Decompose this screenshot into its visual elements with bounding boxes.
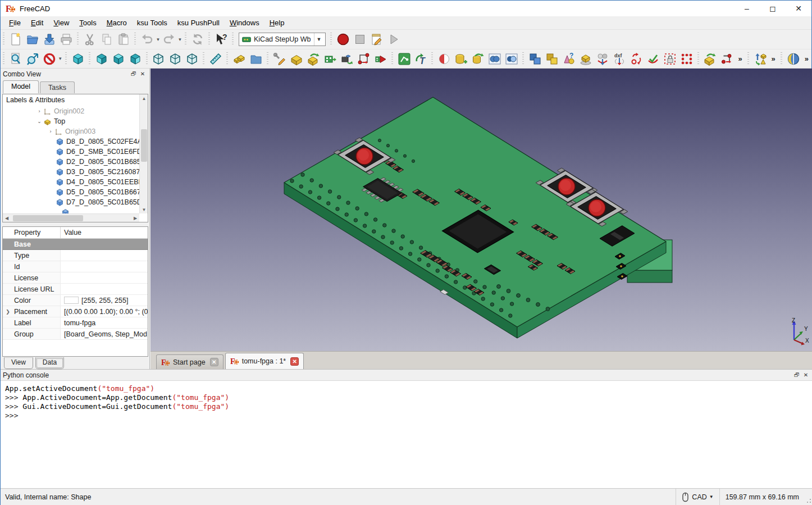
draw-style-button[interactable] xyxy=(41,51,58,67)
expand-chevron-icon[interactable]: ❯ xyxy=(3,306,13,317)
menu-view[interactable]: View xyxy=(48,17,74,29)
view-top-button[interactable] xyxy=(110,51,127,67)
resize-grip[interactable] xyxy=(805,489,812,505)
draw-style-dropdown-icon[interactable]: ▼ xyxy=(58,56,63,61)
toolbar-overflow-icon[interactable]: » xyxy=(735,54,745,63)
property-row-type[interactable]: Type xyxy=(3,250,148,261)
ksu-update-footprints-button[interactable] xyxy=(322,51,339,67)
ksu-export-board-button[interactable] xyxy=(702,51,719,67)
toolbar-grip[interactable] xyxy=(696,52,701,66)
property-value[interactable] xyxy=(61,272,148,283)
document-tab-tomu-fpga-1-[interactable]: Ftomu-fpga : 1*✕ xyxy=(225,353,304,369)
ksu-rotate-parts-button[interactable] xyxy=(628,51,645,67)
tree-item-top[interactable]: ⌄Top xyxy=(3,116,139,126)
paste-button[interactable] xyxy=(115,31,132,48)
toolbar-grip[interactable] xyxy=(184,33,188,46)
ksu-edge-text-button[interactable]: T xyxy=(413,51,430,67)
tab-view[interactable]: View xyxy=(4,357,33,369)
menu-help[interactable]: Help xyxy=(264,17,290,29)
tree-item-d8_d_0805_5c02fe4a[interactable]: D8_D_0805_5C02FE4A xyxy=(3,137,139,147)
toolbar-grip[interactable] xyxy=(2,52,6,66)
print-document-button[interactable] xyxy=(58,31,75,48)
toolbar-grip[interactable] xyxy=(430,52,435,66)
chevron-down-icon[interactable]: ▼ xyxy=(314,33,323,46)
chevron-icon[interactable]: › xyxy=(48,129,53,134)
macro-record-button[interactable] xyxy=(335,31,352,48)
save-document-button[interactable] xyxy=(41,31,58,48)
tab-tasks[interactable]: Tasks xyxy=(40,81,75,93)
property-value[interactable]: [(0.00 0.00 1.00); 0.00 °; (0.... xyxy=(61,306,148,317)
view-left-button[interactable] xyxy=(184,51,200,67)
tree-item-origin003[interactable]: ›Origin003 xyxy=(3,126,139,137)
nav-style-selector[interactable]: CAD ▼ xyxy=(676,489,719,505)
toolbar-grip[interactable] xyxy=(521,52,526,66)
menu-tools[interactable]: Tools xyxy=(74,17,101,29)
ksu-sync-models-button[interactable] xyxy=(752,51,769,67)
undo-dropdown-icon[interactable]: ▼ xyxy=(156,37,161,42)
console-close-button[interactable]: ✕ xyxy=(801,371,810,379)
refresh-button[interactable] xyxy=(189,31,206,48)
chevron-icon[interactable]: ⌄ xyxy=(37,119,42,124)
ksu-board-button[interactable] xyxy=(288,51,305,67)
tree-item-d4_d_0805_5c01eebe[interactable]: D4_D_0805_5C01EEBE xyxy=(3,177,139,187)
ksu-check-model-button[interactable] xyxy=(645,51,662,67)
ksu-path-tool-button[interactable] xyxy=(718,51,735,67)
tree-item-d3_d_0805_5c216087[interactable]: D3_D_0805_5C216087 xyxy=(3,167,139,177)
pcb-3d-scene[interactable] xyxy=(150,69,812,351)
ksu-fuse-button[interactable] xyxy=(486,51,503,67)
toolbar-overflow-icon[interactable]: » xyxy=(769,54,778,63)
close-button[interactable]: ✕ xyxy=(786,1,811,16)
toolbar-grip[interactable] xyxy=(133,33,138,46)
menu-windows[interactable]: Windows xyxy=(225,17,264,29)
ksu-visibility-export-button[interactable] xyxy=(594,51,611,67)
tree-vertical-scrollbar[interactable]: ▲ ▼ xyxy=(139,94,148,213)
ksu-open-board-button[interactable] xyxy=(248,51,264,67)
console-float-button[interactable]: 🗗 xyxy=(792,371,801,379)
copy-button[interactable] xyxy=(98,31,115,48)
ksu-overlap-yellow-button[interactable] xyxy=(544,51,560,67)
property-value[interactable]: tomu-fpga xyxy=(61,317,148,328)
toolbar-grip[interactable] xyxy=(266,52,270,66)
property-group-base[interactable]: Base xyxy=(3,239,148,250)
ksu-step-model-button[interactable] xyxy=(231,51,248,67)
property-row-license[interactable]: License xyxy=(3,272,148,284)
fit-selection-button[interactable] xyxy=(24,51,41,67)
view-front-button[interactable] xyxy=(93,51,110,67)
undo-button[interactable] xyxy=(139,31,156,48)
scroll-left-icon[interactable]: ◀ xyxy=(3,214,11,222)
toolbar-grip[interactable] xyxy=(231,33,235,46)
property-value[interactable] xyxy=(61,261,148,272)
whats-this-button[interactable]: ? xyxy=(213,31,230,48)
ksu-common-button[interactable] xyxy=(503,51,520,67)
toolbar-grip[interactable] xyxy=(207,33,212,46)
chevron-icon[interactable]: › xyxy=(37,108,42,114)
toolbar-grip[interactable] xyxy=(145,52,149,66)
measure-distance-button[interactable] xyxy=(207,51,224,67)
ksu-load-footprints-button[interactable] xyxy=(339,51,355,67)
document-tab-start-page[interactable]: FStart page✕ xyxy=(156,354,223,369)
ksu-sphere-button[interactable] xyxy=(436,51,453,67)
tree-item[interactable] xyxy=(3,207,139,213)
property-row-id[interactable]: Id xyxy=(3,261,148,272)
tree-item-d2_d_0805_5c01b685[interactable]: D2_D_0805_5C01B685 xyxy=(3,157,139,167)
close-tab-icon[interactable]: ✕ xyxy=(210,358,218,366)
minimize-button[interactable]: – xyxy=(734,1,760,16)
tree-item-d6_d_smb_5c01e6fd[interactable]: D6_D_SMB_5C01E6FD xyxy=(3,147,139,157)
toolbar-grip[interactable] xyxy=(76,33,80,46)
toolbar-grip[interactable] xyxy=(779,52,784,66)
menu-file[interactable]: File xyxy=(4,17,26,29)
property-row-color[interactable]: Color[255, 255, 255] xyxy=(3,295,148,306)
toolbar-grip[interactable] xyxy=(329,33,334,46)
ksu-cylinder-add-button[interactable] xyxy=(453,51,469,67)
property-value[interactable] xyxy=(61,284,148,294)
scroll-thumb[interactable] xyxy=(141,129,147,162)
scroll-down-icon[interactable]: ▼ xyxy=(140,206,148,213)
python-console-body[interactable]: App.setActiveDocument("tomu_fpga")>>> Ap… xyxy=(1,381,812,424)
view-rear-button[interactable] xyxy=(150,51,167,67)
ksu-cylinder-export-button[interactable] xyxy=(469,51,486,67)
scroll-thumb[interactable] xyxy=(13,215,83,221)
tab-data[interactable]: Data xyxy=(35,357,64,369)
ksu-box-view-button[interactable] xyxy=(577,51,594,67)
property-row-placement[interactable]: ❯Placement[(0.00 0.00 1.00); 0.00 °; (0.… xyxy=(3,306,148,317)
property-value[interactable] xyxy=(61,250,148,261)
